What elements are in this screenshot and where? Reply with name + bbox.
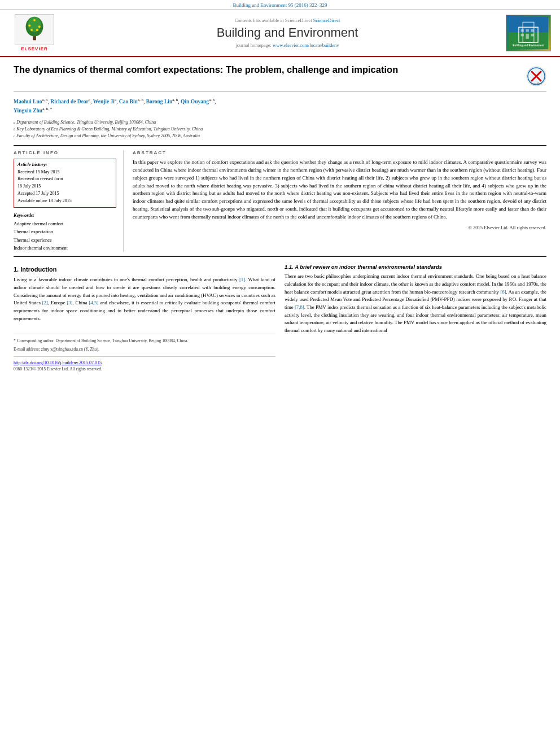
email-value: zhuy x@tsinghua.edu.cn (Y. Zhu). xyxy=(41,347,99,352)
homepage-url[interactable]: www.elsevier.com/locate/buildenv xyxy=(273,42,339,48)
article-footer: * Corresponding author. Department of Bu… xyxy=(14,334,275,372)
abstract-copyright: © 2015 Elsevier Ltd. All rights reserved… xyxy=(133,225,546,230)
article-info-abstract-section: ARTICLE INFO Article history: Received 1… xyxy=(14,145,546,257)
author-richard-dear: Richard de Dear xyxy=(50,99,89,104)
article-info-heading: ARTICLE INFO xyxy=(14,150,116,155)
keywords-section: Keywords: Adaptive thermal comfort Therm… xyxy=(14,212,116,252)
intro-paragraph-1: Living in a favorable indoor climate con… xyxy=(14,276,275,322)
svg-point-5 xyxy=(38,25,41,28)
history-received: Received 15 May 2015 xyxy=(18,169,112,176)
svg-rect-14 xyxy=(521,29,524,31)
journal-header-center: Contents lists available at ScienceDirec… xyxy=(69,18,506,48)
intro-section-title: 1. Introduction xyxy=(14,266,275,273)
doi-section: http://dx.doi.org/10.1016/j.buildenv.201… xyxy=(14,360,275,365)
homepage-label: journal homepage: xyxy=(235,42,272,48)
journal-header: ELSEVIER Contents lists available at Sci… xyxy=(0,10,560,57)
issn-section: 0360-1323/© 2015 Elsevier Ltd. All right… xyxy=(14,366,275,372)
subsection-1-1-title: 1.1. A brief review on indoor thermal en… xyxy=(285,264,546,270)
author-cao-bin: Cao Bin xyxy=(119,99,138,104)
elsevier-logo: ELSEVIER xyxy=(9,14,60,51)
keyword-2: Thermal expectation xyxy=(14,228,116,235)
history-revised-label: Received in revised form xyxy=(18,176,112,183)
svg-point-6 xyxy=(33,19,36,21)
svg-rect-17 xyxy=(521,33,524,36)
elsevier-label: ELSEVIER xyxy=(21,46,48,51)
footnote-email: E-mail address: zhuy x@tsinghua.edu.cn (… xyxy=(14,346,275,352)
footer-divider xyxy=(14,356,275,357)
subsection-1-1-paragraph: There are two basic philosophies underpi… xyxy=(285,273,546,334)
history-accepted: Accepted 17 July 2015 xyxy=(18,190,112,198)
affiliations-section: aDepartment of Building Science, Tsinghu… xyxy=(14,119,546,139)
article-title-section: The dynamics of thermal comfort expectat… xyxy=(14,64,546,91)
svg-point-7 xyxy=(30,29,33,31)
history-revised-date: 16 July 2015 xyxy=(18,183,112,190)
authors-section: Maohui Luoa, b, Richard de Dearc, Wenjie… xyxy=(14,97,546,116)
article-title-text: The dynamics of thermal comfort expectat… xyxy=(14,64,520,76)
email-label: E-mail address: xyxy=(14,347,40,352)
main-col-left: 1. Introduction Living in a favorable in… xyxy=(14,264,275,371)
author-maohui-luo: Maohui Luo xyxy=(14,99,42,104)
main-col-right: 1.1. A brief review on indoor thermal en… xyxy=(285,264,546,371)
main-content: 1. Introduction Living in a favorable in… xyxy=(14,264,546,371)
crossmark-badge[interactable]: CrossMark xyxy=(526,66,546,86)
article-body: The dynamics of thermal comfort expectat… xyxy=(0,57,560,378)
article-info-column: ARTICLE INFO Article history: Received 1… xyxy=(14,150,124,252)
journal-topbar: Building and Environment 95 (2016) 322–3… xyxy=(0,0,560,10)
abstract-column: ABSTRACT In this paper we explore the no… xyxy=(133,150,546,252)
svg-rect-15 xyxy=(526,29,529,31)
svg-rect-18 xyxy=(531,33,533,36)
author-qin-ouyang: Qin Ouyang xyxy=(181,99,209,104)
history-online: Available online 18 July 2015 xyxy=(18,198,112,205)
journal-main-title: Building and Environment xyxy=(69,25,506,40)
footnote-corresponding: * Corresponding author. Department of Bu… xyxy=(14,338,275,344)
abstract-heading: ABSTRACT xyxy=(133,150,546,155)
author-wenjie-ji: Wenjie Ji xyxy=(93,99,115,104)
affiliation-c: cFaculty of Architecture, Design and Pla… xyxy=(14,133,546,139)
affiliation-b: bKey Laboratory of Eco Planning & Green … xyxy=(14,126,546,133)
keywords-label: Keywords: xyxy=(14,212,116,218)
journal-homepage: journal homepage: www.elsevier.com/locat… xyxy=(69,42,506,48)
article-history-box: Article history: Received 15 May 2015 Re… xyxy=(14,159,116,208)
keyword-1: Adaptive thermal comfort xyxy=(14,220,116,228)
svg-point-8 xyxy=(36,29,38,31)
svg-rect-16 xyxy=(531,29,533,31)
journal-logo-right: Building and Environment xyxy=(506,15,551,51)
svg-rect-19 xyxy=(526,33,529,38)
doi-link[interactable]: http://dx.doi.org/10.1016/j.buildenv.201… xyxy=(14,360,102,365)
affiliation-a: aDepartment of Building Science, Tsinghu… xyxy=(14,119,546,126)
keyword-3: Thermal experience xyxy=(14,236,116,244)
svg-point-4 xyxy=(28,24,30,27)
history-label: Article history: xyxy=(18,161,112,167)
journal-reference: Building and Environment 95 (2016) 322–3… xyxy=(233,2,327,8)
elsevier-logo-image xyxy=(15,14,54,45)
abstract-text: In this paper we explore the notion of c… xyxy=(133,159,546,222)
svg-text:Building and Environment: Building and Environment xyxy=(513,44,544,47)
sciencedirect-link: Contents lists available at ScienceDirec… xyxy=(69,18,506,23)
svg-text:CrossMark: CrossMark xyxy=(531,82,541,85)
sciencedirect-anchor[interactable]: ScienceDirect xyxy=(313,18,340,23)
author-yingxin-zhu: Yingxin Zhu xyxy=(14,108,42,114)
article-title: The dynamics of thermal comfort expectat… xyxy=(14,64,520,76)
keyword-4: Indoor thermal environment xyxy=(14,244,116,252)
author-borong-lin: Borong Lin xyxy=(146,99,173,104)
sciencedirect-text: Contents lists available at ScienceDirec… xyxy=(235,18,312,23)
